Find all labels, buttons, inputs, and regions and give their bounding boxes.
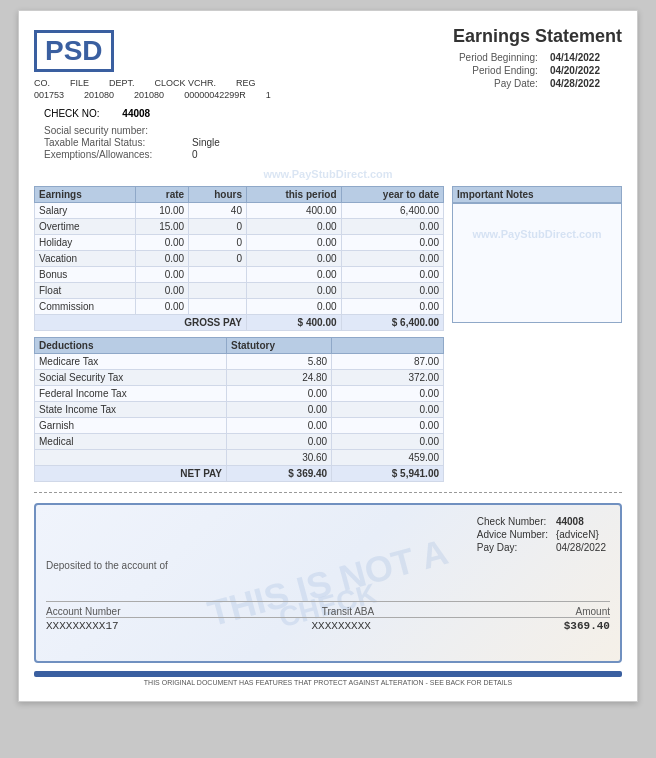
amount-label: Amount [576,606,610,617]
right-section: Important Notes www.PayStubDirect.com [452,186,622,482]
net-pay-period: $ 369.40 [227,466,332,482]
earnings-label: Salary [35,203,136,219]
net-pay-ytd: $ 5,941.00 [332,466,444,482]
transit-aba-value: XXXXXXXXX [311,620,370,632]
check-amount: $369.40 [564,620,610,632]
statutory-header: Statutory [227,338,332,354]
earnings-label: Vacation [35,251,136,267]
bottom-text: THIS ORIGINAL DOCUMENT HAS FEATURES THAT… [34,679,622,686]
check-number-section: CHECK NO: 44008 [44,108,150,119]
hours-val: 0 [189,251,247,267]
ytd-val: 0.00 [341,235,443,251]
file-value: 201080 [84,90,114,100]
pay-date-label: Pay Date: [453,77,544,90]
notes-box: www.PayStubDirect.com [452,203,622,323]
taxable-label: Taxable Marital Status: [44,137,184,148]
check-info-right: Check Number: 44008 Advice Number: {advi… [473,515,610,554]
rate-val: 0.00 [135,235,189,251]
table-row: Medicare Tax 5.80 87.00 [35,354,444,370]
earnings-label: Bonus [35,267,136,283]
advice-number-label: Advice Number: [473,528,552,541]
reg-label: REG [236,78,256,88]
check-header: Check Number: 44008 Advice Number: {advi… [46,515,610,554]
rate-header: rate [135,187,189,203]
table-row: Medical 0.00 0.00 [35,434,444,450]
table-row: Social Security Tax 24.80 372.00 [35,370,444,386]
pay-day-label: Pay Day: [473,541,552,554]
hours-val: 0 [189,235,247,251]
period-beginning-label: Period Beginning: [453,51,544,64]
gross-pay-ytd: $ 6,400.00 [341,315,443,331]
period-val: 0.00 [246,219,341,235]
co-value: 001753 [34,90,64,100]
header-left: PSD CO. FILE DEPT. CLOCK VCHR. REG 00175… [34,26,271,100]
deduction-label: Medicare Tax [35,354,227,370]
watermark-site: www.PayStubDirect.com [263,168,392,180]
gross-pay-row: GROSS PAY $ 400.00 $ 6,400.00 [35,315,444,331]
clock-vchr-label: CLOCK VCHR. [155,78,217,88]
deduction-ytd: 0.00 [332,402,444,418]
check-section: THIS IS NOT A CHECK Check Number: 44008 … [34,503,622,663]
table-row: Vacation 0.00 0 0.00 0.00 [35,251,444,267]
net-pay-row: NET PAY $ 369.40 $ 5,941.00 [35,466,444,482]
period-val: 0.00 [246,235,341,251]
deduction-period: 5.80 [227,354,332,370]
gross-pay-label: GROSS PAY [35,315,247,331]
table-row: Holiday 0.00 0 0.00 0.00 [35,235,444,251]
header-right: Earnings Statement Period Beginning: 04/… [453,26,622,90]
check-numbers-row: XXXXXXXXX17 XXXXXXXXX $369.40 [46,617,610,632]
subtotal-empty [35,450,227,466]
subtotal-period: 30.60 [227,450,332,466]
main-content: Earnings rate hours this period year to … [34,186,622,482]
period-val: 400.00 [246,203,341,219]
left-section: Earnings rate hours this period year to … [34,186,444,482]
rate-val: 15.00 [135,219,189,235]
period-val: 0.00 [246,251,341,267]
rate-val: 10.00 [135,203,189,219]
table-row: Commission 0.00 0.00 0.00 [35,299,444,315]
notes-header: Important Notes [452,186,622,203]
notes-watermark: www.PayStubDirect.com [472,228,601,240]
personal-info: Social security number: Taxable Marital … [44,125,622,160]
deduction-period: 0.00 [227,418,332,434]
deduction-ytd: 0.00 [332,418,444,434]
check-account-row: Account Number Transit ABA Amount [46,601,610,617]
exemptions-label: Exemptions/Allowances: [44,149,184,160]
pay-date-value: 04/28/2022 [544,77,606,90]
deduction-ytd: 87.00 [332,354,444,370]
check-number-label: CHECK NO: [44,108,100,119]
hours-val [189,283,247,299]
subtotal-row: 30.60 459.00 [35,450,444,466]
check-number-info-value: 44008 [552,515,610,528]
co-label: CO. [34,78,50,88]
hours-val: 40 [189,203,247,219]
subtotal-ytd: 459.00 [332,450,444,466]
deduction-label: Federal Income Tax [35,386,227,402]
deduction-label: State Income Tax [35,402,227,418]
table-row: Overtime 15.00 0 0.00 0.00 [35,219,444,235]
table-row: Salary 10.00 40 400.00 6,400.00 [35,203,444,219]
account-number-value: XXXXXXXXX17 [46,620,119,632]
ytd-val: 6,400.00 [341,203,443,219]
hours-val [189,267,247,283]
earnings-statement-title: Earnings Statement [453,26,622,47]
deduction-ytd: 0.00 [332,386,444,402]
table-row: Float 0.00 0.00 0.00 [35,283,444,299]
advice-number-value: {adviceN} [552,528,610,541]
table-row: Federal Income Tax 0.00 0.00 [35,386,444,402]
deduction-label: Garnish [35,418,227,434]
deductions-table: Deductions Statutory Medicare Tax 5.80 8… [34,337,444,482]
file-label: FILE [70,78,89,88]
deductions-header: Deductions [35,338,227,354]
dept-label: DEPT. [109,78,135,88]
hours-val: 0 [189,219,247,235]
ytd-header: year to date [341,187,443,203]
exemptions-value: 0 [192,149,198,160]
statement-info: Period Beginning: 04/14/2022 Period Endi… [453,51,622,90]
earnings-table: Earnings rate hours this period year to … [34,186,444,331]
earnings-header: Earnings [35,187,136,203]
period-ending-label: Period Ending: [453,64,544,77]
clock-value: 00000042299R [184,90,246,100]
deposited-label: Deposited to the account of [46,560,610,571]
deduction-label: Medical [35,434,227,450]
